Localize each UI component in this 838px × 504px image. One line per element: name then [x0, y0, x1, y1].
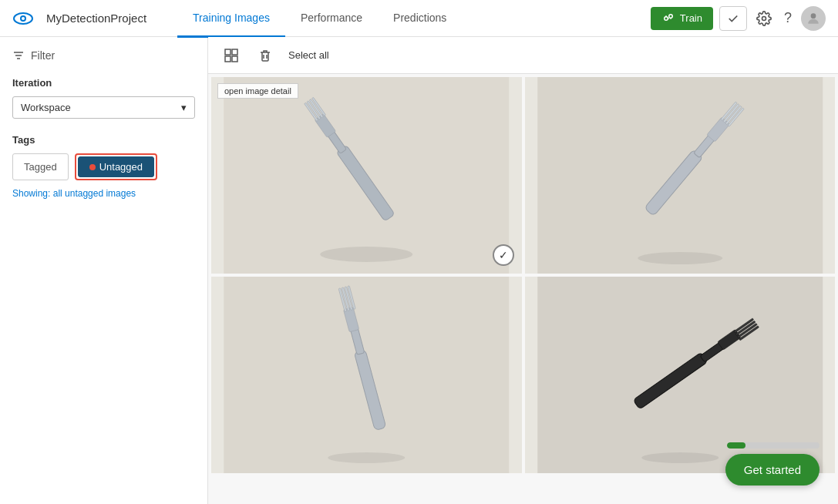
tags-section: Tags Tagged Untagged Showing: all untagg… [12, 134, 195, 199]
image-toolbar: Select all [208, 37, 838, 74]
untagged-button[interactable]: Untagged [78, 156, 154, 177]
tab-training-images[interactable]: Training Images [177, 1, 285, 38]
svg-point-5 [762, 16, 766, 20]
svg-point-2 [22, 17, 25, 20]
app-logo [12, 8, 34, 29]
logo-icon [12, 8, 34, 29]
svg-point-24 [320, 247, 412, 262]
filter-section[interactable]: Filter [12, 49, 195, 62]
fork-image-1 [211, 77, 522, 274]
avatar[interactable] [801, 6, 826, 31]
tagged-button[interactable]: Tagged [12, 153, 69, 180]
settings-button[interactable] [753, 8, 775, 29]
check-button[interactable] [719, 6, 747, 31]
select-all-label[interactable]: Select all [288, 49, 329, 61]
get-started-button[interactable]: Get started [725, 454, 819, 486]
progress-bar [727, 442, 745, 449]
get-started-progress [727, 442, 819, 449]
sidebar: Filter Iteration Workspace ▾ Tags Tagged… [0, 37, 208, 504]
images-grid: open image detail [208, 74, 838, 476]
svg-point-42 [328, 452, 405, 463]
showing-text: Showing: all untagged images [12, 188, 195, 199]
untagged-selected-border: Untagged [75, 153, 157, 180]
nav-tabs: Training Images Performance Predictions [177, 0, 638, 37]
trash-icon [257, 48, 273, 63]
svg-point-3 [665, 16, 668, 20]
iteration-dropdown[interactable]: Workspace ▾ [12, 96, 195, 119]
svg-point-51 [641, 452, 719, 463]
image-cell-2[interactable]: open image detail [525, 77, 836, 274]
main-layout: Filter Iteration Workspace ▾ Tags Tagged… [0, 37, 838, 504]
svg-rect-12 [225, 56, 231, 62]
filter-icon [12, 49, 25, 62]
grid-icon [224, 48, 239, 63]
tags-buttons: Tagged Untagged [12, 153, 195, 180]
image-cell-1[interactable]: open image detail [211, 77, 522, 274]
add-to-grid-button[interactable] [220, 46, 242, 65]
delete-button[interactable] [254, 46, 276, 65]
svg-point-6 [811, 13, 816, 18]
check-icon [728, 12, 739, 25]
fork-image-3 [211, 277, 522, 473]
svg-rect-10 [225, 49, 231, 55]
untagged-dot [89, 164, 96, 170]
svg-point-4 [669, 14, 673, 18]
svg-rect-11 [232, 49, 237, 55]
header: MyDetectionProject Training Images Perfo… [0, 0, 838, 37]
svg-point-33 [638, 252, 722, 264]
help-button[interactable]: ? [781, 7, 795, 29]
svg-rect-13 [232, 56, 237, 62]
project-name: MyDetectionProject [46, 12, 146, 25]
tags-title: Tags [12, 134, 195, 146]
tab-performance[interactable]: Performance [285, 1, 378, 38]
header-actions: Train ? [651, 6, 826, 31]
train-button[interactable]: Train [651, 7, 713, 30]
train-icon [661, 12, 675, 25]
tab-predictions[interactable]: Predictions [378, 1, 462, 38]
fork-image-2 [525, 77, 836, 274]
image-cell-3[interactable]: open image detail [211, 277, 522, 473]
avatar-icon [806, 11, 821, 26]
settings-icon [756, 11, 772, 26]
content-area: Select all open image detail [208, 37, 838, 504]
iteration-title: Iteration [12, 77, 195, 89]
image-check-1[interactable]: ✓ [493, 244, 514, 266]
